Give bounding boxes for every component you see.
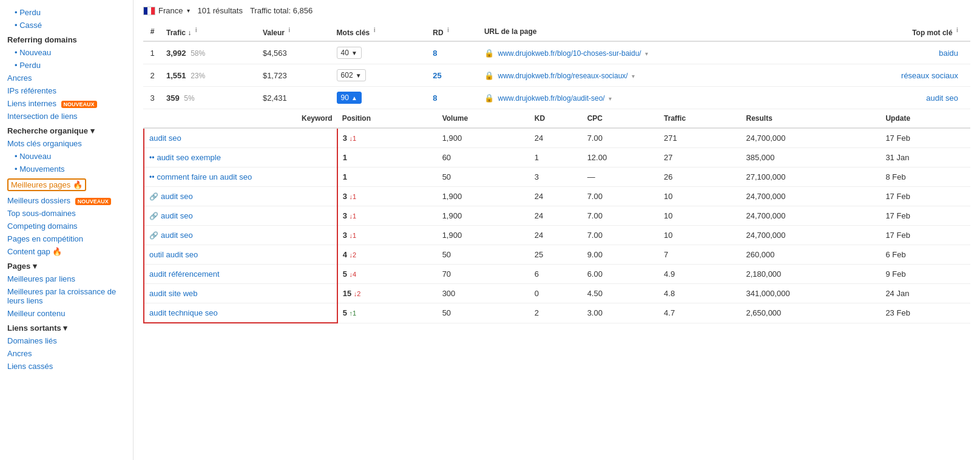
- cell-num: 3: [143, 87, 161, 109]
- cell-keywords: 90 ▲: [332, 87, 428, 109]
- cell-rd: 25: [428, 64, 479, 87]
- pos-change-num: 1: [353, 193, 356, 200]
- cell-kw-kd: 2: [530, 303, 583, 323]
- cell-kw-volume: 1,900: [438, 187, 530, 206]
- pos-change-num: 1: [353, 212, 356, 220]
- sidebar-item-nouveau[interactable]: Nouveau: [7, 46, 126, 59]
- sidebar-item-mots-cles-organiques[interactable]: Mots clés organiques: [7, 137, 126, 150]
- cell-top-keyword: baidu: [823, 41, 970, 64]
- sidebar-item-meilleures-croissance[interactable]: Meilleures par la croissance de leurs li…: [7, 285, 126, 307]
- col-kw-results: Results: [741, 109, 880, 128]
- top-keyword-value[interactable]: baidu: [939, 49, 958, 58]
- cell-kw-results: 24,700,000: [741, 226, 880, 245]
- url-dropdown-icon[interactable]: ▾: [609, 95, 612, 102]
- keyword-link[interactable]: audit seo: [161, 192, 193, 201]
- kw-table-row: audit seo 3 ↓1 1,900 24 7.00 271 24,700,…: [144, 128, 970, 148]
- col-kw-cpc: CPC: [583, 109, 659, 128]
- cell-kw-position: 3 ↓1: [337, 226, 438, 245]
- url-dropdown-icon[interactable]: ▾: [632, 73, 635, 79]
- col-traffic: Trafic ↓ i: [161, 22, 258, 41]
- cell-kw-results: 260,000: [741, 245, 880, 265]
- top-keyword-value[interactable]: réseaux sociaux: [901, 71, 958, 80]
- sidebar-item-top-sous-domaines[interactable]: Top sous-domaines: [7, 207, 126, 220]
- sidebar-item-meilleures-par-liens[interactable]: Meilleures par liens: [7, 272, 126, 285]
- cell-kw-cpc: 7.00: [583, 128, 659, 148]
- sidebar-item-liens-casses[interactable]: Liens cassés: [7, 360, 126, 373]
- keyword-link[interactable]: audit référencement: [149, 269, 220, 279]
- sidebar-item-meilleures-pages[interactable]: Meilleures pages 🔥: [7, 177, 126, 193]
- keyword-link[interactable]: audit seo: [161, 231, 193, 240]
- country-selector[interactable]: France ▾: [143, 6, 190, 15]
- cell-kw-update: 31 Jan: [880, 148, 970, 167]
- sidebar-item-ancres[interactable]: Ancres: [7, 72, 126, 84]
- cell-kw-cpc: 3.00: [583, 303, 659, 323]
- page-url-link[interactable]: www.drujokweb.fr/blog/audit-seo/: [498, 94, 605, 103]
- keyword-link[interactable]: audit technique seo: [149, 308, 218, 317]
- keyword-link[interactable]: outil audit seo: [149, 250, 198, 259]
- cell-kw-traffic: 271: [659, 128, 741, 148]
- cell-kw-traffic: 10: [659, 206, 741, 226]
- keyword-link[interactable]: audit seo: [161, 211, 193, 220]
- sidebar-item-ips-ref[interactable]: IPs référentes: [7, 84, 126, 97]
- cell-kw-volume: 1,900: [438, 128, 530, 148]
- chain-icon: 🔗: [149, 212, 158, 220]
- sidebar-item-nouveau-mots[interactable]: Nouveau: [7, 150, 126, 163]
- sidebar-section-referring-domains: Referring domains: [7, 32, 126, 46]
- cell-kw-traffic: 10: [659, 226, 741, 245]
- traffic-pct: 23%: [191, 72, 205, 80]
- cell-kw-results: 24,700,000: [741, 187, 880, 206]
- cell-kw-keyword: 🔗audit seo: [144, 206, 337, 226]
- sidebar-item-casse[interactable]: Cassé: [7, 19, 126, 32]
- keyword-link[interactable]: audit seo: [149, 134, 181, 143]
- cell-kw-kd: 24: [530, 128, 583, 148]
- position-value: 3: [343, 211, 347, 220]
- cell-kw-update: 17 Feb: [880, 206, 970, 226]
- keyword-count-box[interactable]: 90 ▲: [337, 92, 362, 104]
- cell-kw-cpc: 12.00: [583, 148, 659, 167]
- pos-change-arrow: ↓1: [350, 232, 357, 239]
- cell-kw-traffic: 4.9: [659, 265, 741, 284]
- keyword-link[interactable]: comment faire un audit seo: [157, 172, 252, 181]
- sidebar-item-perdu-top[interactable]: Perdu: [7, 6, 126, 19]
- cell-kw-cpc: 7.00: [583, 206, 659, 226]
- page-url-link[interactable]: www.drujokweb.fr/blog/10-choses-sur-baid…: [498, 49, 641, 58]
- pos-change-arrow: ↓4: [350, 271, 357, 278]
- cell-kw-results: 341,000,000: [741, 284, 880, 303]
- cell-kw-update: 6 Feb: [880, 245, 970, 265]
- top-table-row: 2 1,551 23% $1,723 602 ▼ 25 🔒 www.drujok…: [143, 64, 970, 87]
- sidebar-item-ancres-2[interactable]: Ancres: [7, 347, 126, 360]
- keyword-count-box[interactable]: 602 ▼: [337, 69, 366, 81]
- sidebar-item-meilleurs-dossiers[interactable]: Meilleurs dossiers NOUVEAUX: [7, 194, 126, 207]
- chain-icon: 🔗: [149, 192, 158, 201]
- sidebar-section-liens-sortants[interactable]: Liens sortants ▾: [7, 320, 126, 334]
- top-table-row: 1 3,992 58% $4,563 40 ▼ 8 🔒 www.drujokwe…: [143, 41, 970, 64]
- cell-kw-cpc: 7.00: [583, 226, 659, 245]
- url-dropdown-icon[interactable]: ▾: [645, 50, 648, 57]
- sidebar-section-recherche[interactable]: Recherche organique ▾: [7, 123, 126, 137]
- keyword-count-box[interactable]: 40 ▼: [337, 47, 362, 59]
- sidebar-item-perdu[interactable]: Perdu: [7, 59, 126, 72]
- sidebar-item-content-gap[interactable]: Content gap 🔥: [7, 245, 126, 258]
- cell-url: 🔒 www.drujokweb.fr/blog/reseaux-sociaux/…: [479, 64, 823, 87]
- sidebar-item-meilleur-contenu[interactable]: Meilleur contenu: [7, 307, 126, 320]
- cell-kw-keyword: ••audit seo exemple: [144, 148, 337, 167]
- sidebar-item-intersection-liens[interactable]: Intersection de liens: [7, 110, 126, 123]
- page-url-link[interactable]: www.drujokweb.fr/blog/reseaux-sociaux/: [498, 72, 628, 80]
- kw-table-row: audit référencement 5 ↓4 70 6 6.00 4.9 2…: [144, 265, 970, 284]
- sidebar-item-domaines-lies[interactable]: Domaines liés: [7, 334, 126, 347]
- top-keyword-value[interactable]: audit seo: [926, 93, 958, 103]
- col-kw-volume: Volume: [438, 109, 530, 128]
- sidebar-item-pages-competition[interactable]: Pages en compétition: [7, 232, 126, 245]
- cell-num: 2: [143, 64, 161, 87]
- cell-rd: 8: [428, 41, 479, 64]
- cell-value: $1,723: [258, 64, 332, 87]
- sidebar-section-pages[interactable]: Pages ▾: [7, 258, 126, 272]
- keyword-link[interactable]: audit seo exemple: [157, 153, 221, 162]
- col-kw-traffic: Traffic: [659, 109, 741, 128]
- sidebar-item-mouvements[interactable]: Mouvements: [7, 163, 126, 175]
- cell-kw-cpc: 6.00: [583, 265, 659, 284]
- sidebar-item-liens-internes[interactable]: Liens internes NOUVEAUX: [7, 97, 126, 110]
- top-table-header: # Trafic ↓ i Valeur i Mots clés i RD i U…: [143, 22, 970, 41]
- keyword-link[interactable]: audit site web: [149, 289, 198, 298]
- sidebar-item-competing-domains[interactable]: Competing domains: [7, 220, 126, 232]
